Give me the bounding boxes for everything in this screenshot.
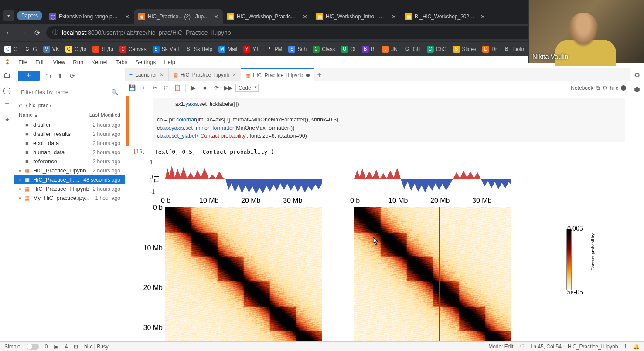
bookmark-item[interactable]: SSk Mail xyxy=(153,46,179,53)
document-tab[interactable]: ▦HiC_Practice_I.ipynb✕ xyxy=(169,68,241,81)
bell-icon[interactable]: 🔔 xyxy=(633,344,640,350)
menu-run[interactable]: Run xyxy=(69,57,87,67)
bookmark-item[interactable]: YYT xyxy=(243,46,259,53)
close-icon[interactable]: ✕ xyxy=(160,72,164,78)
upload-icon[interactable]: ⬆ xyxy=(56,72,64,79)
bookmark-item[interactable]: CCanvas xyxy=(119,46,147,53)
notification-count[interactable]: 1 xyxy=(624,344,627,350)
code-editor[interactable]: ax1.yaxis.set_ticklabels([]) cb = plt.co… xyxy=(153,98,625,142)
document-tab[interactable]: ▦HiC_Practice_II.ipynb xyxy=(241,68,314,81)
folder-item[interactable]: ■ecoli_data2 hours ago xyxy=(14,138,125,148)
settings-gear-icon[interactable]: ⚙ xyxy=(603,85,607,91)
new-launcher-button[interactable]: + xyxy=(18,71,40,81)
cut-icon[interactable]: ✂ xyxy=(151,84,158,91)
bookmark-item[interactable]: PPM xyxy=(265,46,282,53)
kernel-name[interactable]: hi-c xyxy=(610,85,618,91)
forward-button[interactable]: → xyxy=(18,29,28,37)
bookmark-item[interactable]: GG xyxy=(4,46,17,53)
cell-type-select[interactable]: Code xyxy=(235,84,259,92)
new-folder-icon[interactable]: 🗀 xyxy=(44,72,52,79)
open-external-icon[interactable]: ⧉ xyxy=(596,85,600,91)
close-tab-icon[interactable]: ✕ xyxy=(390,14,396,20)
url-input[interactable]: ⓘ localhost:8000/user/trp/lab/tree/hic_p… xyxy=(46,26,599,39)
insert-cell-icon[interactable]: + xyxy=(140,84,147,91)
kernel-busy-indicator[interactable] xyxy=(621,85,626,91)
close-tab-icon[interactable]: ✕ xyxy=(212,14,218,20)
breadcrumb[interactable]: 🗀 / hic_prac / xyxy=(14,101,125,110)
bookmark-item[interactable]: SSlides xyxy=(453,46,477,53)
refresh-icon[interactable]: ⟳ xyxy=(68,72,76,79)
close-tab-icon[interactable]: ✕ xyxy=(123,14,129,20)
property-inspector-icon[interactable]: ⚙ xyxy=(634,71,640,79)
tab-search-button[interactable]: ▾ xyxy=(3,10,14,21)
close-tab-icon[interactable]: ✕ xyxy=(479,14,485,20)
kernels-count[interactable]: 4 xyxy=(65,344,68,350)
browser-tab[interactable]: ▦HiC_Workshop_Intro - Google ✕ xyxy=(312,9,401,24)
bookmark-item[interactable]: OOf xyxy=(341,46,356,53)
bookmark-item[interactable]: GGH xyxy=(404,46,421,53)
current-file[interactable]: HiC_Practice_II.ipynb xyxy=(568,344,618,350)
bookmark-item[interactable]: VVK xyxy=(43,46,59,53)
heart-icon[interactable]: ♡ xyxy=(520,344,525,350)
restart-run-icon[interactable]: ▶▶ xyxy=(224,84,231,91)
close-icon[interactable]: ✕ xyxy=(232,72,236,78)
bookmark-item[interactable]: MMail xyxy=(218,46,237,53)
papers-extension-button[interactable]: Papers xyxy=(17,11,42,20)
browser-tab[interactable]: ◯Extensive long-range polycomb✕ xyxy=(45,9,134,24)
notebook-item[interactable]: ●▦HiC_Practice_III.ipynb2 hours ago xyxy=(14,184,125,193)
save-icon[interactable]: 💾 xyxy=(129,84,136,91)
cursor-position[interactable]: Ln 45, Col 54 xyxy=(531,344,562,350)
document-tab[interactable]: +Launcher✕ xyxy=(125,68,169,81)
back-button[interactable]: ← xyxy=(4,29,14,37)
extensions-icon[interactable]: ✦ xyxy=(3,115,11,124)
kernel-status[interactable]: hi-c | Busy xyxy=(84,344,109,350)
restart-icon[interactable]: ⟳ xyxy=(213,84,220,91)
menu-view[interactable]: View xyxy=(49,57,68,67)
folder-item[interactable]: ■reference2 hours ago xyxy=(14,157,125,166)
reload-button[interactable]: ⟳ xyxy=(32,29,42,37)
folder-item[interactable]: ■distiller2 hours ago xyxy=(14,120,125,129)
menu-tabs[interactable]: Tabs xyxy=(112,57,131,67)
file-filter-input[interactable] xyxy=(21,89,111,95)
toc-icon[interactable]: ≡ xyxy=(3,101,11,109)
paste-icon[interactable]: 📋 xyxy=(174,84,181,91)
code-cell[interactable]: ax1.yaxis.set_ticklabels([]) cb = plt.co… xyxy=(126,96,629,146)
folder-item[interactable]: ■distiller_results2 hours ago xyxy=(14,129,125,138)
bookmark-item[interactable]: GG xyxy=(24,46,37,53)
close-tab-icon[interactable]: ✕ xyxy=(301,14,307,20)
column-name[interactable]: Name ▲ xyxy=(19,112,89,118)
running-icon[interactable]: ◯ xyxy=(3,86,11,94)
browser-tab[interactable]: ◉HiC_Practice... (2) - JupyterLab✕ xyxy=(134,9,223,24)
menu-help[interactable]: Help xyxy=(160,57,179,67)
notebook-body[interactable]: ax1.yaxis.set_ticklabels([]) cb = plt.co… xyxy=(125,94,630,341)
bookmark-item[interactable]: JJN xyxy=(382,46,398,53)
file-browser-icon[interactable]: 🗀 xyxy=(3,71,11,80)
bookmark-item[interactable]: DDr xyxy=(482,46,497,53)
menu-file[interactable]: File xyxy=(15,57,31,67)
browser-tab[interactable]: ▦HiC_Workshop_Practice - Goog✕ xyxy=(223,9,312,24)
run-icon[interactable]: ▶ xyxy=(190,84,197,91)
notebook-item[interactable]: ●▦My_HiC_practice.ipy...1 hour ago xyxy=(14,193,125,202)
bookmark-item[interactable]: ЯЯ.Ди xyxy=(92,46,113,53)
column-modified[interactable]: Last Modified xyxy=(89,112,120,118)
browser-tab[interactable]: ▦BI_HiC_Workshop_2024 - Goog✕ xyxy=(401,9,490,24)
bookmark-item[interactable]: BBioInf xyxy=(503,46,526,53)
menu-edit[interactable]: Edit xyxy=(32,57,48,67)
copy-icon[interactable]: ⿻ xyxy=(163,84,170,91)
menu-kernel[interactable]: Kernel xyxy=(88,57,111,67)
notebook-mode-label[interactable]: Notebook xyxy=(571,85,593,91)
bookmark-item[interactable]: SSk Help xyxy=(185,46,212,53)
folder-item[interactable]: ■human_data2 hours ago xyxy=(14,148,125,157)
bookmark-item[interactable]: SSch xyxy=(288,46,307,53)
stop-icon[interactable]: ■ xyxy=(201,84,208,91)
add-tab-button[interactable]: + xyxy=(314,68,325,81)
terminals-count[interactable]: 0 xyxy=(45,344,48,350)
bookmark-item[interactable]: CClass xyxy=(313,46,335,53)
file-filter[interactable]: 🔍 xyxy=(18,86,121,98)
debugger-icon[interactable]: ⬢ xyxy=(634,85,640,94)
bookmark-item[interactable]: GG.Ди xyxy=(65,46,87,53)
site-info-icon[interactable]: ⓘ xyxy=(52,29,58,37)
bookmark-item[interactable]: CChG xyxy=(427,46,447,53)
notebook-item[interactable]: ●▦HiC_Practice_I.ipynb2 hours ago xyxy=(14,166,125,175)
notebook-item[interactable]: ●▦HiC_Practice_II.ipynb48 seconds ago xyxy=(14,175,125,184)
